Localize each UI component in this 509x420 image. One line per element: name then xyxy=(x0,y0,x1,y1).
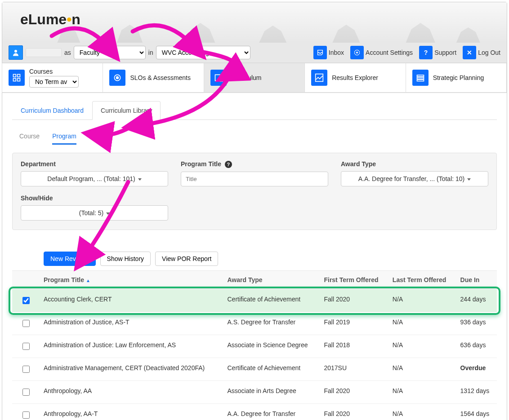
cell-last-term: N/A xyxy=(388,381,456,404)
svg-rect-4 xyxy=(13,79,16,81)
showhide-dropdown[interactable]: (Total: 5) xyxy=(21,205,168,221)
question-icon: ? xyxy=(419,46,433,59)
term-select[interactable]: No Term avai... xyxy=(29,76,79,88)
row-checkbox[interactable] xyxy=(22,366,30,373)
table-row[interactable]: Anthropology, AA-TA.A. Degree for Transf… xyxy=(12,404,497,420)
header-banner: eLume•n xyxy=(2,2,507,43)
svg-point-1 xyxy=(356,52,358,53)
cell-award: Certificate of Achievement xyxy=(223,358,320,381)
cell-last-term: N/A xyxy=(388,404,456,420)
row-checkbox[interactable] xyxy=(22,411,30,419)
nav-strategic[interactable]: Strategic Planning xyxy=(406,63,507,93)
show-history-button[interactable]: Show History xyxy=(100,252,151,266)
context-dept-select[interactable]: WVC Accounting xyxy=(156,46,250,59)
cell-due: Overdue xyxy=(456,358,497,381)
courses-icon xyxy=(9,70,25,86)
cell-due: 244 days xyxy=(456,289,497,312)
svg-point-0 xyxy=(14,50,17,53)
view-por-button[interactable]: View POR Report xyxy=(155,252,218,266)
row-checkbox[interactable] xyxy=(22,343,30,350)
table-row[interactable]: Administration of Justice, AS-TA.S. Degr… xyxy=(12,312,497,335)
cell-award: Associate in Science Degree xyxy=(223,335,320,358)
logo: eLume•n xyxy=(20,11,507,28)
nav-slos[interactable]: SLOs & Assessments xyxy=(103,63,204,93)
svg-rect-14 xyxy=(417,80,424,81)
cell-title: Accounting Clerk, CERT xyxy=(39,289,223,312)
cell-award: A.A. Degree for Transfer xyxy=(223,404,320,420)
svg-line-10 xyxy=(222,81,223,82)
logout-link[interactable]: ✕ Log Out xyxy=(463,46,500,59)
cell-award: A.S. Degree for Transfer xyxy=(223,312,320,335)
avatar xyxy=(9,45,23,60)
chevron-down-icon xyxy=(138,178,142,181)
chevron-down-icon xyxy=(467,178,471,181)
gear-icon xyxy=(350,46,364,59)
cell-title: Administration of Justice, AS-T xyxy=(39,312,223,335)
cell-first-term: Fall 2020 xyxy=(319,289,388,312)
cell-last-term: N/A xyxy=(388,358,456,381)
table-row[interactable]: Accounting Clerk, CERTCertificate of Ach… xyxy=(12,289,497,312)
cell-due: 636 days xyxy=(456,335,497,358)
row-checkbox[interactable] xyxy=(22,389,30,396)
cell-due: 936 days xyxy=(456,312,497,335)
sort-asc-icon: ▲ xyxy=(86,278,90,283)
modetab-course[interactable]: Course xyxy=(19,133,40,145)
cell-due: 1564 days xyxy=(456,404,497,420)
row-checkbox[interactable] xyxy=(22,320,30,327)
cell-due: 1312 days xyxy=(456,381,497,404)
department-label: Department xyxy=(21,160,168,168)
cell-first-term: Fall 2019 xyxy=(319,312,388,335)
inbox-link[interactable]: Inbox xyxy=(313,46,344,59)
svg-rect-11 xyxy=(316,74,323,82)
action-buttons: New Revision Show History View POR Repor… xyxy=(44,252,497,266)
col-checkbox xyxy=(12,271,39,289)
award-type-label: Award Type xyxy=(341,160,488,168)
planning-icon xyxy=(412,70,429,86)
support-link[interactable]: ? Support xyxy=(419,46,456,59)
table-row[interactable]: Anthropology, AAAssociate in Arts Degree… xyxy=(12,381,497,404)
main-nav: Courses No Term avai... SLOs & Assessmen… xyxy=(2,62,507,93)
role-select[interactable]: Faculty xyxy=(74,46,146,59)
close-icon: ✕ xyxy=(463,46,476,59)
help-icon[interactable]: ? xyxy=(225,161,232,168)
cell-title: Anthropology, AA xyxy=(39,381,223,404)
nav-courses[interactable]: Courses No Term avai... xyxy=(2,63,103,93)
program-title-input[interactable] xyxy=(181,172,328,186)
table-row[interactable]: Administrative Management, CERT (Deactiv… xyxy=(12,358,497,381)
col-last-term[interactable]: Last Term Offered xyxy=(388,271,456,289)
col-first-term[interactable]: First Term Offered xyxy=(319,271,388,289)
as-label: as xyxy=(64,49,71,56)
program-title-label: Program Title ? xyxy=(181,160,328,168)
svg-rect-13 xyxy=(417,77,424,79)
nav-curriculum[interactable]: Curriculum xyxy=(204,63,305,93)
target-icon xyxy=(109,70,125,86)
svg-rect-12 xyxy=(417,75,424,76)
award-type-dropdown[interactable]: A.A. Degree for Transfer, ... (Total: 10… xyxy=(341,171,488,186)
row-checkbox[interactable] xyxy=(22,297,30,304)
nav-results[interactable]: Results Explorer xyxy=(304,63,406,93)
svg-rect-5 xyxy=(18,79,20,81)
programs-table: Program Title▲ Award Type First Term Off… xyxy=(12,270,497,420)
account-settings-link[interactable]: Account Settings xyxy=(350,46,413,59)
cell-first-term: Fall 2020 xyxy=(319,381,388,404)
col-due-in[interactable]: Due In xyxy=(456,271,497,289)
col-program-title[interactable]: Program Title▲ xyxy=(39,271,223,289)
cell-title: Administrative Management, CERT (Deactiv… xyxy=(39,358,223,381)
tab-curriculum-dashboard[interactable]: Curriculum Dashboard xyxy=(12,101,92,120)
chevron-down-icon xyxy=(106,212,110,215)
tab-curriculum-library[interactable]: Curriculum Library xyxy=(92,101,161,120)
table-row[interactable]: Administration of Justice: Law Enforceme… xyxy=(12,335,497,358)
modetab-program[interactable]: Program xyxy=(52,133,76,145)
library-mode-tabs: Course Program xyxy=(19,133,497,145)
cell-last-term: N/A xyxy=(388,335,456,358)
department-dropdown[interactable]: Default Program, ... (Total: 101) xyxy=(21,171,168,186)
cell-last-term: N/A xyxy=(388,289,456,312)
user-context-bar: as Faculty in WVC Accounting Inbox Accou… xyxy=(2,43,507,62)
cell-title: Administration of Justice: Law Enforceme… xyxy=(39,335,223,358)
curriculum-subtabs: Curriculum Dashboard Curriculum Library xyxy=(12,101,497,120)
inbox-icon xyxy=(313,46,327,59)
col-award-type[interactable]: Award Type xyxy=(223,271,320,289)
svg-point-7 xyxy=(116,77,119,79)
chart-icon xyxy=(311,70,327,86)
new-revision-button[interactable]: New Revision xyxy=(44,252,96,266)
